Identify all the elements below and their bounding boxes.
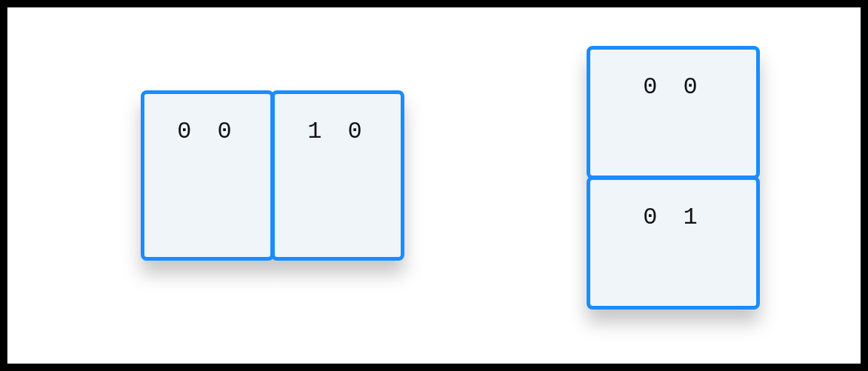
right-cell-0-label: 0 0 xyxy=(643,73,704,101)
left-cell-0-label: 0 0 xyxy=(177,118,238,145)
left-group: 0 0 1 0 xyxy=(141,90,404,261)
right-cell-1-label: 0 1 xyxy=(643,204,704,231)
right-cell-1: 0 1 xyxy=(587,176,760,310)
diagram-canvas: 0 0 1 0 0 0 0 1 xyxy=(0,0,868,371)
left-cell-1-label: 1 0 xyxy=(307,118,368,145)
right-cell-0: 0 0 xyxy=(587,46,760,179)
left-cell-1: 1 0 xyxy=(271,90,404,261)
left-cell-0: 0 0 xyxy=(141,90,274,261)
right-group: 0 0 0 1 xyxy=(587,46,760,310)
